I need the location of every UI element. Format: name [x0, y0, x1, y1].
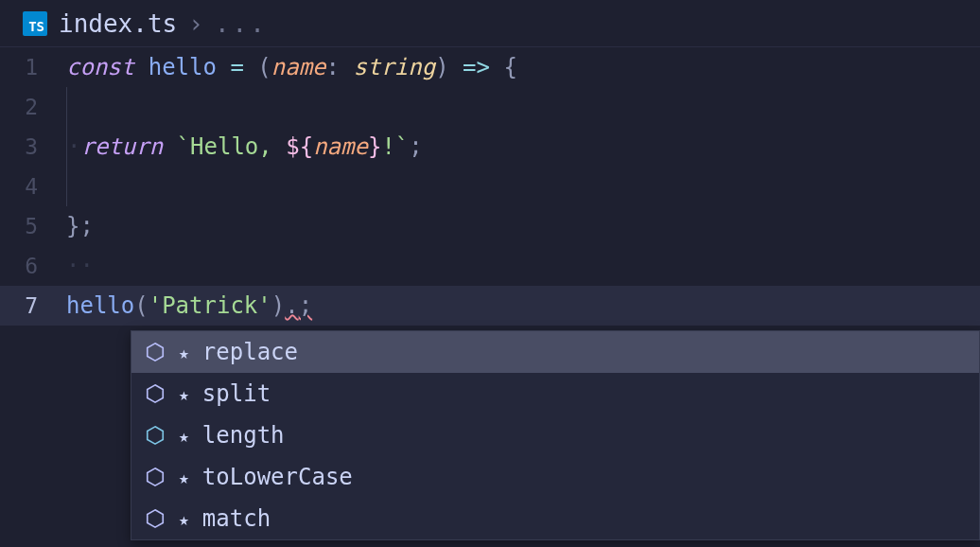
function-call: hello	[66, 292, 134, 319]
paren-open: (	[134, 292, 148, 319]
code-line[interactable]: const hello = (name: string) => {	[66, 47, 980, 87]
indent-guide	[66, 167, 67, 206]
variable-name: name	[313, 133, 368, 160]
space	[340, 54, 353, 80]
star-icon: ★	[179, 426, 189, 446]
autocomplete-item[interactable]: ★ match	[131, 498, 979, 539]
semicolon: ;	[409, 133, 422, 160]
whitespace: ·	[67, 133, 80, 160]
paren-close: )	[271, 292, 285, 319]
space	[134, 54, 148, 80]
line-number: 1	[0, 47, 38, 87]
star-icon: ★	[179, 384, 189, 404]
line-number: 4	[0, 167, 38, 206]
string-argument: 'Patrick'	[149, 292, 271, 319]
template-string-backtick: `	[177, 133, 190, 160]
code-editor[interactable]: 1 2 3 4 5 6 7 const hello = (name: strin…	[0, 47, 980, 326]
tab-filename[interactable]: index.ts	[59, 9, 177, 38]
code-line[interactable]: ·return `Hello, ${name}!`;	[66, 127, 980, 167]
line-number: 2	[0, 87, 38, 127]
space	[490, 54, 503, 80]
string-literal: !	[381, 133, 394, 160]
line-number: 6	[0, 246, 38, 286]
brace-close: }	[66, 213, 79, 239]
keyword-return: return	[80, 133, 163, 160]
star-icon: ★	[179, 343, 189, 362]
autocomplete-item[interactable]: ★ split	[131, 373, 979, 415]
space	[449, 54, 463, 80]
semicolon: ;	[79, 213, 93, 239]
space	[217, 54, 230, 80]
method-icon	[145, 383, 166, 404]
method-icon	[145, 342, 166, 362]
code-line[interactable]: ··	[66, 246, 980, 286]
property-icon	[145, 425, 166, 446]
error-dot: .	[285, 292, 298, 319]
line-number-gutter: 1 2 3 4 5 6 7	[0, 47, 66, 326]
method-icon	[145, 508, 166, 529]
autocomplete-item[interactable]: ★ length	[131, 415, 979, 456]
star-icon: ★	[179, 468, 189, 487]
autocomplete-popup[interactable]: ★ replace ★ split ★ length ★ toLowerCase…	[131, 330, 980, 540]
autocomplete-label: toLowerCase	[202, 464, 353, 490]
paren-close: )	[435, 54, 448, 80]
operator-eq: =	[230, 54, 243, 80]
interpolation-open: ${	[286, 133, 313, 160]
autocomplete-label: length	[202, 422, 285, 449]
arrow: =>	[463, 54, 490, 80]
type-annotation: string	[353, 54, 435, 80]
space	[163, 133, 176, 160]
template-string-backtick: `	[395, 133, 409, 160]
line-number: 3	[0, 127, 38, 167]
code-line-active[interactable]: hello('Patrick').;	[66, 286, 980, 326]
string-literal: Hello,	[190, 133, 286, 160]
code-line[interactable]	[66, 167, 980, 206]
parameter-name: name	[271, 54, 326, 80]
code-line[interactable]	[66, 87, 980, 127]
autocomplete-label: split	[202, 380, 271, 407]
breadcrumb-dots[interactable]: ...	[215, 9, 268, 38]
interpolation-close: }	[368, 133, 381, 160]
function-name: hello	[149, 54, 217, 80]
autocomplete-label: replace	[202, 339, 298, 365]
space	[244, 54, 257, 80]
paren-open: (	[257, 54, 271, 80]
colon: :	[326, 54, 340, 80]
line-number-active: 7	[0, 286, 38, 326]
method-icon	[145, 467, 166, 487]
typescript-badge-icon: TS	[23, 11, 47, 36]
autocomplete-item-selected[interactable]: ★ replace	[131, 331, 979, 373]
whitespace: ··	[66, 253, 94, 279]
line-number: 5	[0, 206, 38, 246]
error-semicolon: ;	[299, 292, 312, 319]
autocomplete-item[interactable]: ★ toLowerCase	[131, 456, 979, 498]
tab-bar: TS index.ts › ...	[0, 0, 980, 47]
breadcrumb-separator-icon: ›	[188, 9, 203, 38]
star-icon: ★	[179, 509, 189, 529]
code-body[interactable]: const hello = (name: string) => { ·retur…	[66, 47, 980, 326]
indent-guide	[66, 87, 67, 127]
code-line[interactable]: };	[66, 206, 980, 246]
brace-open: {	[503, 54, 516, 80]
autocomplete-label: match	[202, 505, 271, 532]
keyword-const: const	[66, 54, 134, 80]
